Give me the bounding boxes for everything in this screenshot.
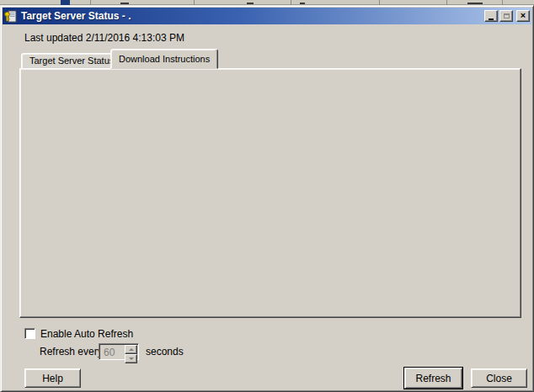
background-text-fragment	[120, 3, 129, 4]
minimize-icon	[489, 19, 494, 20]
help-button[interactable]: Help	[24, 368, 81, 388]
refresh-interval-value: 60	[99, 344, 125, 359]
maximize-icon	[504, 13, 510, 19]
tab-target-server-status[interactable]: Target Server Status	[21, 53, 122, 69]
download-instructions-panel	[19, 68, 521, 318]
tab-download-instructions[interactable]: Download Instructions	[110, 49, 218, 69]
spinner-down-icon	[129, 358, 134, 363]
refresh-interval-spinner: 60	[99, 343, 139, 360]
refresh-button[interactable]: Refresh	[404, 368, 462, 389]
minimize-button[interactable]	[484, 10, 498, 22]
server-key-icon	[4, 10, 18, 23]
title-bar[interactable]: Target Server Status - . ×	[3, 8, 531, 24]
enable-auto-refresh-checkbox[interactable]	[24, 328, 35, 339]
spinner-up-button	[125, 345, 137, 354]
seconds-label: seconds	[146, 346, 184, 358]
maximize-button	[499, 10, 513, 22]
background-text-fragment	[300, 3, 305, 4]
target-server-status-dialog: Target Server Status - . × Last updated …	[0, 5, 534, 392]
last-updated-text: Last updated 2/11/2016 4:13:03 PM	[24, 32, 184, 44]
close-button[interactable]: ×	[516, 10, 530, 22]
spinner-up-icon	[129, 346, 134, 351]
window-title: Target Server Status - .	[21, 10, 483, 22]
close-icon: ×	[521, 11, 526, 20]
spinner-down-button	[125, 354, 137, 363]
background-text-fragment	[467, 3, 483, 4]
close-dialog-button[interactable]: Close	[471, 368, 527, 388]
background-text-fragment	[247, 3, 254, 4]
refresh-every-label: Refresh every	[40, 346, 103, 358]
enable-auto-refresh-label: Enable Auto Refresh	[40, 328, 133, 340]
